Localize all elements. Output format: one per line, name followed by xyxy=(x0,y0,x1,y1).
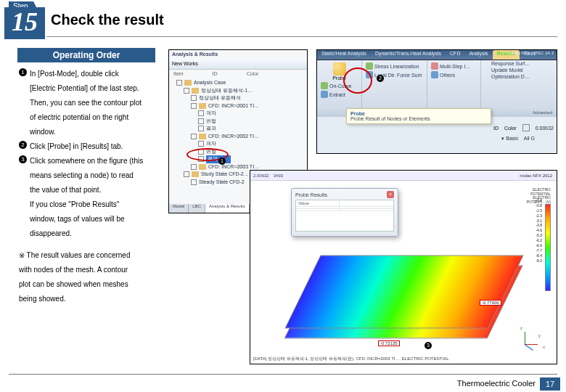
bullet-1: 1 xyxy=(19,68,27,76)
axis-x-label: x xyxy=(543,345,545,349)
probe-value: 0.00632 xyxy=(536,126,554,131)
axes-triad: z x y xyxy=(520,327,542,349)
update-model-button[interactable]: Update Model xyxy=(490,67,554,73)
title-divider xyxy=(46,36,557,37)
instr-text: means selecting a node) to read xyxy=(30,168,134,183)
tab-analysis-results[interactable]: Analysis & Results xyxy=(205,204,250,213)
contour-panel: 2.00632 3493 Probe Results × Value ELECT… xyxy=(250,170,557,364)
color-label: Color xyxy=(504,126,517,131)
tab-dynamic[interactable]: Dynamic/Trans.Heat Analysis xyxy=(371,50,446,60)
bullet-3: 3 xyxy=(19,155,27,163)
probe-tooltip: Probe Probe Result of Nodes or Elements xyxy=(346,108,491,124)
instruction-list: 1In [Post-Mode], double click [Electric … xyxy=(19,67,164,306)
tree-node[interactable]: 결과 xyxy=(176,125,304,133)
bullet-2: 2 xyxy=(19,141,27,149)
probe-tag[interactable]: -0.72135 xyxy=(378,340,400,346)
tree-title: Analysis & Results xyxy=(169,50,307,58)
ribbon-panel: Static/Heat Analysis Dynamic/Trans.Heat … xyxy=(316,49,557,154)
app-logo: midas NFX - ITEC 2A 3 xyxy=(509,51,554,55)
response-surf-button[interactable]: Response Surf… xyxy=(490,60,554,67)
id-label: ID xyxy=(493,126,499,131)
tree-node[interactable]: 격자 xyxy=(176,140,304,148)
col-color: Color xyxy=(247,71,259,76)
tree-node[interactable]: 정상상태 유동해석 xyxy=(176,94,304,102)
axis-y-label: y xyxy=(538,333,541,338)
tooltip-title: Probe xyxy=(350,111,487,116)
note-text: plot can be showed when meshes xyxy=(19,277,128,292)
probe-results-window[interactable]: Probe Results × Value xyxy=(291,188,398,237)
axis-z-label: z xyxy=(520,326,522,330)
instr-text: of electric potential on the right xyxy=(30,110,128,125)
doc-title: Thermoelectric Cooler xyxy=(457,379,536,388)
ribbon-right-group: Response Surf… Update Model Optimization… xyxy=(490,60,554,80)
instr-text: disappeared. xyxy=(30,226,72,241)
contour-data-path: [DATA] 정상상태 유동해석-1, 정상상태 유동해석(완), CFD: I… xyxy=(253,356,449,362)
app-banner: midas NFX 2012 xyxy=(520,173,552,178)
page-number: 17 xyxy=(540,377,560,391)
instr-text: window, tags of values will be xyxy=(30,212,125,226)
tree-node[interactable]: 정상상태 유동해석-1… xyxy=(176,87,304,95)
note-text: ※ The result values are concerned xyxy=(19,248,130,263)
ribbon-lower-bar: ID Color 0.00632 xyxy=(493,124,554,131)
note-text: with nodes of the mesh. A contour xyxy=(19,263,128,277)
tree-node[interactable]: CFD: INCR=2002 TI… xyxy=(176,133,304,141)
local-dir-button[interactable]: Local Dir. Force Sum xyxy=(366,71,423,78)
instr-text: Click somewhere on the figure (this xyxy=(30,154,143,168)
tab-static[interactable]: Static/Heat Analysis xyxy=(317,50,371,60)
instr-text: If you close "Probe Results" xyxy=(30,197,119,212)
footer-divider xyxy=(9,374,557,375)
col-id: ID xyxy=(213,71,218,76)
page-title: Check the result xyxy=(51,12,164,28)
probe-icon xyxy=(333,62,346,75)
tree-node[interactable]: CFD: INCR=2001 TI… xyxy=(176,102,304,110)
note-text: being showed. xyxy=(19,292,66,306)
optimization-button[interactable]: Optimization D… xyxy=(490,73,554,80)
tree-node[interactable]: Analysis Case xyxy=(176,79,304,87)
color-legend: ELECTRIC POTENTIAL ELECTRIC POTENTI…(V) … xyxy=(520,188,551,291)
legend-ticks: +0.0-0.8-1.5 -2.3-3.1-3.8 -4.6-5.3-6.2 -… xyxy=(535,198,542,264)
callout-2: 2 xyxy=(377,75,384,82)
close-icon[interactable]: × xyxy=(387,191,394,198)
tab-model[interactable]: Model xyxy=(169,204,189,213)
operating-order-heading: Operating Order xyxy=(17,48,155,62)
instr-text: Click [Probe] in [Results] tab. xyxy=(30,139,123,154)
tab-cfd[interactable]: CFD xyxy=(446,50,464,60)
probe-grid[interactable]: Value xyxy=(295,200,394,232)
head-val-1: 2.00632 xyxy=(253,173,269,178)
basic-dropdown[interactable]: ▾ Basic All G xyxy=(501,136,535,142)
others-button[interactable]: Others xyxy=(431,71,477,78)
instr-text: [Electric Potential] of the last step. xyxy=(30,81,139,96)
multistep-button[interactable]: Multi-Step I… xyxy=(431,62,477,70)
annotation-ellipse xyxy=(343,68,372,94)
col-item: Item xyxy=(173,71,184,76)
instr-text: window. xyxy=(30,125,56,139)
tree-node[interactable]: 변형 xyxy=(176,118,304,126)
tree-toolbar[interactable]: New Works xyxy=(169,58,307,70)
instr-text: the value of that point. xyxy=(30,183,101,197)
stress-lin-button[interactable]: Stress Linearization xyxy=(366,62,423,70)
tree-columns: Item ID Color xyxy=(169,70,307,78)
step-number: 15 xyxy=(4,7,45,39)
tooltip-body: Probe Result of Nodes or Elements xyxy=(350,116,487,121)
tab-analysis[interactable]: Analysis xyxy=(464,50,492,60)
grid-head: Value xyxy=(296,200,340,206)
tree-node[interactable]: 격자 xyxy=(176,110,304,118)
head-val-2: 3493 xyxy=(274,173,283,178)
legend-bar xyxy=(545,204,551,291)
instr-text: Then, you can see the contour plot xyxy=(30,96,142,110)
color-swatch[interactable] xyxy=(522,124,530,131)
callout-1: 1 xyxy=(218,158,226,165)
callout-3: 3 xyxy=(424,342,432,349)
tab-lbc[interactable]: LBC xyxy=(189,204,205,213)
probe-window-title: Probe Results xyxy=(295,192,327,197)
instr-text: In [Post-Mode], double click xyxy=(30,67,119,81)
contour-plot[interactable] xyxy=(284,255,523,328)
contour-toolbar[interactable]: 2.00632 3493 xyxy=(250,171,557,181)
probe-tag[interactable]: -6.77606 xyxy=(480,300,501,306)
